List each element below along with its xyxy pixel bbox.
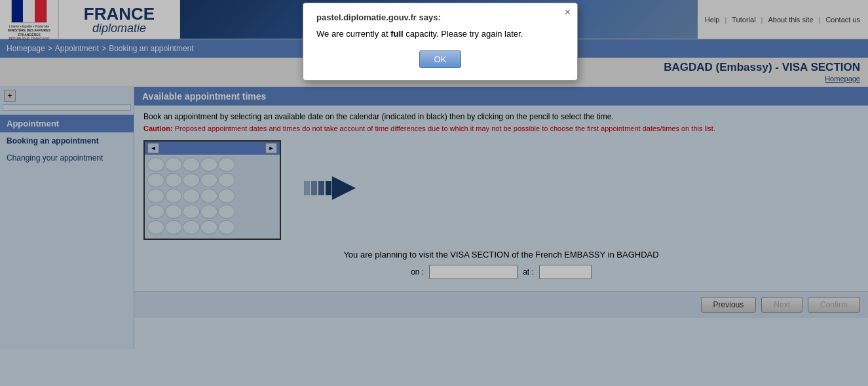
modal-ok-button[interactable]: OK <box>419 50 462 68</box>
modal-message: We are currently at full capacity. Pleas… <box>316 29 564 39</box>
modal-message-pre: We are currently at <box>316 29 390 39</box>
modal-full-word: full <box>390 29 404 39</box>
modal-title: pastel.diplomatie.gouv.fr says: <box>316 12 564 22</box>
modal-overlay: × pastel.diplomatie.gouv.fr says: We are… <box>0 0 868 386</box>
modal-box: × pastel.diplomatie.gouv.fr says: We are… <box>303 3 578 81</box>
modal-close-btn[interactable]: × <box>565 7 571 18</box>
modal-message-post: capacity. Please try again later. <box>404 29 523 39</box>
